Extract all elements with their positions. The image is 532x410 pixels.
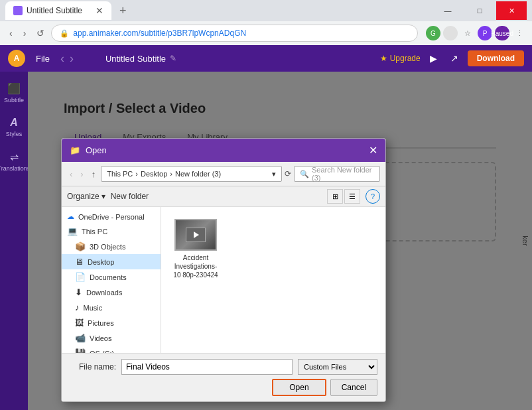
filename-label: File name:: [70, 362, 116, 372]
dialog-footer: File name: Custom Files Open Cancel: [62, 353, 385, 401]
sidebar-item-translations[interactable]: ⇌ Translations: [0, 145, 28, 177]
downloads-label: Downloads: [86, 289, 122, 297]
breadcrumb-bar: This PC › Desktop › New folder (3) ▾: [101, 166, 282, 182]
download-button[interactable]: Download: [468, 50, 524, 66]
tab-bar: Untitled Subtitle ✕ + — □ ✕: [0, 0, 532, 21]
sidebar-music[interactable]: ♪ Music: [62, 300, 161, 315]
active-tab[interactable]: Untitled Subtitle ✕: [5, 1, 111, 20]
sidebar-documents[interactable]: 📄 Documents: [62, 269, 161, 285]
sidebar-label-styles: Styles: [6, 131, 23, 137]
upgrade-button[interactable]: ★ Upgrade: [380, 54, 421, 63]
tab-title: Untitled Subtitle: [27, 6, 92, 15]
view-buttons: ⊞ ☰: [327, 189, 360, 204]
translations-icon: ⇌: [10, 151, 19, 163]
project-title: Untitled Subtitle: [105, 54, 166, 64]
share-button[interactable]: ↗: [446, 50, 462, 66]
search-box[interactable]: 🔍 Search New folder (3): [294, 166, 380, 182]
cancel-button[interactable]: Cancel: [330, 379, 377, 396]
file-sidebar: ☁ OneDrive - Personal 💻 This PC 📦 3D Obj…: [62, 207, 161, 353]
pc-icon: 💻: [67, 226, 78, 236]
os-c-label: OS (C:): [90, 350, 114, 354]
3dobjects-label: 3D Objects: [90, 243, 125, 251]
sidebar-item-styles[interactable]: A Styles: [0, 111, 28, 143]
breadcrumb-dropdown[interactable]: ▾: [272, 170, 276, 178]
tab-close-icon[interactable]: ✕: [96, 5, 103, 16]
profile-icon[interactable]: P: [478, 26, 492, 40]
pictures-label: Pictures: [88, 319, 114, 327]
subtitle-icon: ⬛: [7, 82, 21, 95]
redo-button[interactable]: ›: [70, 52, 74, 66]
filename-row: File name: Custom Files: [70, 359, 377, 375]
3d-icon: 📦: [75, 241, 86, 251]
sidebar-item-subtitle[interactable]: ⬛ Subtitle: [0, 77, 28, 109]
header-title-area: Untitled Subtitle ✎: [105, 54, 375, 64]
help-button[interactable]: ?: [366, 189, 380, 204]
new-folder-button[interactable]: New folder: [111, 192, 149, 201]
menu-icon[interactable]: ⋮: [512, 26, 527, 40]
breadcrumb-part-3: New folder (3): [175, 170, 221, 178]
view-btn-2[interactable]: ☰: [344, 189, 360, 204]
sidebar-onedrive[interactable]: ☁ OneDrive - Personal: [62, 210, 161, 224]
dialog-back-button[interactable]: ‹: [67, 168, 75, 180]
main-layout: ⬛ Subtitle A Styles ⇌ Translations Impor…: [0, 72, 532, 410]
upgrade-star-icon: ★: [380, 54, 387, 63]
search-icon: 🔍: [300, 170, 309, 178]
view-btn-1[interactable]: ⊞: [327, 189, 343, 204]
dialog-up-button[interactable]: ↑: [89, 168, 99, 180]
refresh-browser-button[interactable]: ↺: [33, 25, 48, 41]
dialog-header: 📁 Open ✕: [62, 139, 385, 162]
organize-bar: Organize ▾ New folder ⊞ ☰ ?: [62, 186, 385, 207]
sidebar-osc[interactable]: 💾 OS (C:): [62, 346, 161, 353]
desktop-label: Desktop: [88, 258, 114, 266]
filename-input[interactable]: [121, 359, 293, 375]
breadcrumb-sep-1: ›: [135, 170, 138, 178]
file-open-dialog: 📁 Open ✕ ‹ › ↑ This PC › Desktop › New f…: [61, 138, 386, 402]
extension-icon-2[interactable]: [443, 26, 458, 40]
minimize-button[interactable]: —: [432, 1, 463, 20]
breadcrumb-part-1: This PC: [107, 170, 133, 178]
paused-badge: Paused: [495, 26, 509, 40]
file-menu[interactable]: File: [31, 51, 55, 66]
sidebar-3dobjects[interactable]: 📦 3D Objects: [62, 239, 161, 254]
pictures-icon: 🖼: [75, 318, 84, 328]
back-button[interactable]: ‹: [5, 25, 17, 41]
sidebar-pictures[interactable]: 🖼 Pictures: [62, 315, 161, 330]
music-icon: ♪: [75, 303, 80, 312]
downloads-icon: ⬇: [75, 287, 82, 297]
undo-button[interactable]: ‹: [60, 52, 64, 66]
dialog-folder-icon: 📁: [70, 145, 80, 155]
cloud-icon: ☁: [67, 212, 74, 221]
file-main-area: Accident Investigations-10 80p-230424: [161, 207, 385, 353]
open-button[interactable]: Open: [272, 379, 326, 396]
organize-button[interactable]: Organize ▾: [67, 192, 105, 201]
new-tab-button[interactable]: +: [114, 1, 132, 21]
dialog-refresh-button[interactable]: ⟳: [285, 169, 291, 178]
header-actions: ★ Upgrade ▶ ↗ Download: [380, 50, 524, 66]
dialog-close-button[interactable]: ✕: [369, 144, 377, 157]
sidebar-thispc[interactable]: 💻 This PC: [62, 224, 161, 239]
videos-icon: 📹: [75, 333, 86, 343]
url-text: app.animaker.com/subtitle/p3BR7lpWcpnADq…: [73, 29, 246, 38]
extension-icon-1[interactable]: G: [426, 26, 440, 40]
dialog-forward-button[interactable]: ›: [78, 168, 86, 180]
close-button[interactable]: ✕: [496, 1, 527, 20]
play-button[interactable]: ▶: [426, 50, 441, 66]
browser-actions: G ☆ P Paused ⋮: [426, 26, 527, 40]
bookmark-icon[interactable]: ☆: [460, 26, 475, 40]
file-item-0[interactable]: Accident Investigations-10 80p-230424: [169, 215, 222, 283]
dialog-body: ☁ OneDrive - Personal 💻 This PC 📦 3D Obj…: [62, 207, 385, 353]
sidebar-videos[interactable]: 📹 Videos: [62, 330, 161, 346]
sidebar-downloads[interactable]: ⬇ Downloads: [62, 285, 161, 300]
sidebar-desktop[interactable]: 🖥 Desktop: [62, 254, 161, 269]
window-controls: — □ ✕: [432, 1, 527, 20]
file-name-0: Accident Investigations-10 80p-230424: [173, 253, 218, 279]
styles-icon: A: [10, 117, 18, 129]
app-header: A File ‹ › Untitled Subtitle ✎ ★ Upgrade…: [0, 45, 532, 72]
filetype-select[interactable]: Custom Files: [298, 359, 377, 375]
forward-button[interactable]: ›: [19, 25, 31, 41]
address-bar[interactable]: 🔒 app.animaker.com/subtitle/p3BR7lpWcpnA…: [51, 25, 418, 42]
search-placeholder-text: Search New folder (3): [312, 166, 374, 182]
edit-title-icon[interactable]: ✎: [170, 54, 176, 63]
address-bar-row: ‹ › ↺ 🔒 app.animaker.com/subtitle/p3BR7l…: [0, 21, 532, 45]
maximize-button[interactable]: □: [464, 1, 495, 20]
